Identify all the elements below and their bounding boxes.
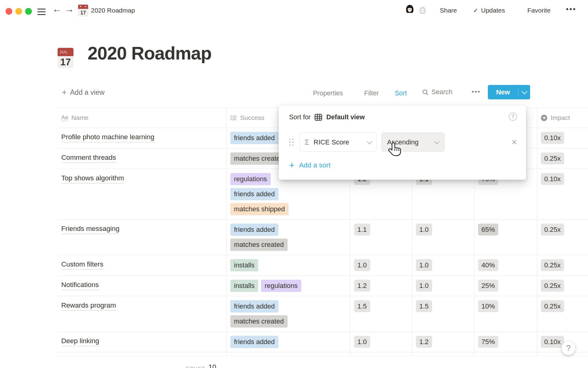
sort-popup-header: Sort for Default view [289, 113, 365, 121]
table-row-partial [58, 352, 588, 356]
impact-cell[interactable]: 0.10x [537, 128, 588, 148]
new-dropdown-button[interactable] [518, 91, 530, 94]
tag-gray: matches created [230, 315, 288, 328]
notion-window: ← → 17 2020 Roadmap Share ✓Updates F [0, 0, 588, 368]
tag-blue: friends added [230, 188, 278, 200]
impact-cell[interactable]: 0.25x [537, 148, 588, 169]
value-chip: 1.0 [354, 259, 370, 271]
value-chip: 65% [478, 224, 498, 236]
success-cell[interactable]: friends addedmatches created [227, 220, 350, 255]
table-row: Notificationsinstallsregulations1.21.025… [58, 276, 588, 296]
zoom-window-button[interactable] [25, 8, 32, 15]
avatar[interactable] [417, 5, 428, 16]
tag-gray: matches created [230, 239, 288, 251]
sort-field-dropdown[interactable]: Σ RICE Score [300, 132, 377, 152]
tag-blue: friends added [230, 300, 278, 312]
pct-cell[interactable]: 40% [474, 255, 537, 275]
new-button[interactable]: New [488, 85, 530, 99]
name-cell[interactable]: Deep linking [58, 332, 227, 352]
num2-cell[interactable]: 1.2 [412, 332, 474, 352]
add-sort-button[interactable]: + Add a sort [289, 161, 330, 170]
impact-cell[interactable]: 0.25x [537, 255, 588, 275]
tag-green: installs [230, 259, 258, 271]
column-header-impact[interactable]: Impact [537, 108, 588, 128]
value-chip: 1.5 [416, 300, 432, 312]
filter-button[interactable]: Filter [364, 90, 379, 97]
drag-handle-icon[interactable] [289, 139, 294, 146]
table-row: Friends messagingfriends addedmatches cr… [58, 220, 588, 255]
table-view-icon [314, 113, 322, 121]
name-cell[interactable]: Friends messaging [58, 220, 227, 255]
value-chip: 1.2 [354, 280, 370, 292]
remove-sort-icon[interactable]: × [511, 137, 517, 147]
num2-cell[interactable]: 1.0 [412, 276, 474, 296]
impact-cell[interactable]: 0.25x [537, 220, 588, 255]
help-button[interactable]: ? [561, 341, 575, 355]
chevron-down-icon [367, 139, 372, 144]
pct-cell[interactable]: 10% [474, 296, 537, 332]
value-chip: 0.10x [541, 132, 564, 144]
page-icon-calendar[interactable]: JUL 17 [58, 48, 74, 68]
num2-cell[interactable]: 1.0 [412, 255, 474, 275]
forward-icon[interactable]: → [65, 4, 74, 14]
impact-cell[interactable]: 0.10x [537, 169, 588, 219]
title-property-icon: Aa [61, 114, 68, 121]
row-title: Custom filters [61, 260, 104, 270]
num1-cell[interactable]: 1.1 [350, 220, 412, 255]
value-chip: 1.1 [354, 224, 370, 236]
more-options-icon[interactable]: ••• [566, 5, 576, 13]
name-cell[interactable]: Custom filters [58, 255, 227, 275]
sort-button[interactable]: Sort [395, 90, 407, 97]
share-button[interactable]: Share [440, 7, 457, 14]
avatar[interactable] [404, 3, 416, 15]
value-chip: 0.25x [541, 259, 564, 271]
minimize-window-button[interactable] [15, 8, 22, 15]
updates-button[interactable]: ✓Updates [473, 7, 505, 14]
plus-icon: + [62, 88, 67, 97]
view-more-icon[interactable]: ••• [472, 88, 481, 96]
breadcrumb-page-title[interactable]: 2020 Roadmap [91, 7, 135, 14]
num1-cell[interactable]: 1.0 [350, 332, 412, 352]
pct-cell[interactable]: 25% [474, 276, 537, 296]
num2-cell[interactable]: 1.5 [412, 296, 474, 332]
add-view-button[interactable]: + Add a view [62, 88, 104, 97]
properties-button[interactable]: Properties [313, 90, 343, 97]
success-cell[interactable]: friends added [227, 332, 350, 352]
window-controls [6, 8, 32, 15]
value-chip: 0.10x [541, 336, 564, 348]
favorite-button[interactable]: Favorite [527, 7, 551, 14]
table-row: Deep linkingfriends added1.01.275%0.10x [58, 332, 588, 352]
name-cell[interactable]: Rewards program [58, 296, 227, 332]
name-cell[interactable]: Profile photo machine learning [58, 128, 227, 148]
page-title[interactable]: 2020 Roadmap [88, 43, 211, 64]
num1-cell[interactable]: 1.2 [350, 276, 412, 296]
column-header-name[interactable]: Aa Name [58, 108, 227, 128]
num2-cell[interactable]: 1.0 [412, 220, 474, 255]
value-chip: 0.25x [541, 280, 564, 292]
success-cell[interactable]: installsregulations [227, 276, 350, 296]
chevron-down-icon [434, 139, 439, 144]
name-cell[interactable]: Notifications [58, 276, 227, 296]
sort-rule-row: Σ RICE Score Ascending × [289, 132, 517, 152]
value-chip: 1.0 [416, 259, 432, 271]
pct-cell[interactable]: 75% [474, 332, 537, 352]
num1-cell[interactable]: 1.5 [350, 296, 412, 332]
impact-cell[interactable]: 0.25x [537, 276, 588, 296]
success-cell[interactable]: installs [227, 255, 350, 275]
back-icon[interactable]: ← [52, 4, 62, 14]
pct-cell[interactable]: 65% [474, 220, 537, 255]
search-button[interactable]: Search [422, 88, 452, 96]
value-chip: 0.25x [541, 224, 564, 236]
sidebar-menu-icon[interactable] [37, 9, 46, 15]
help-icon[interactable]: ? [509, 113, 517, 121]
close-window-button[interactable] [6, 8, 12, 15]
value-chip: 1.2 [416, 336, 432, 348]
success-cell[interactable]: friends addedmatches created [227, 296, 350, 332]
name-cell[interactable]: Top shows algorithm [58, 169, 227, 219]
name-cell[interactable]: Comment threads [58, 148, 227, 169]
num1-cell[interactable]: 1.0 [350, 255, 412, 275]
plus-icon: + [289, 161, 295, 170]
impact-cell[interactable]: 0.25x [537, 296, 588, 332]
table-row: Custom filtersinstalls1.01.040%0.25x [58, 255, 588, 276]
value-chip: 1.0 [416, 224, 432, 236]
